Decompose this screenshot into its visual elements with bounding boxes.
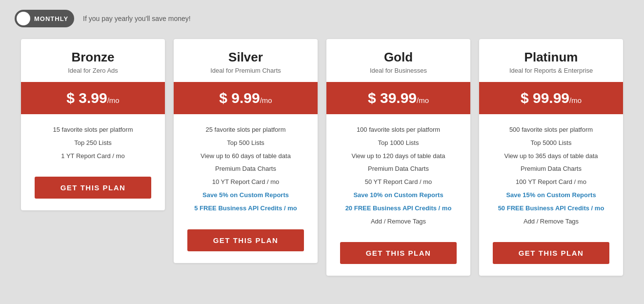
get-plan-button-gold[interactable]: GET THIS PLAN — [340, 242, 457, 264]
price-value-silver: $ 9.99 — [219, 90, 260, 106]
get-plan-button-platinum[interactable]: GET THIS PLAN — [493, 242, 609, 264]
plan-header-bronze: Bronze Ideal for Zero Ads — [21, 39, 165, 82]
feature-link-api-gold[interactable]: 20 FREE Business API Credits / mo — [345, 203, 452, 214]
plan-subtitle-platinum: Ideal for Reports & Enterprise — [487, 67, 615, 74]
plan-button-wrap-gold: GET THIS PLAN — [326, 236, 470, 276]
plan-card-silver: Silver Ideal for Premium Charts $ 9.99/m… — [174, 39, 318, 263]
feature-item: 10 YT Report Card / mo — [212, 177, 280, 187]
plan-subtitle-bronze: Ideal for Zero Ads — [29, 67, 157, 74]
plan-card-bronze: Bronze Ideal for Zero Ads $ 3.99/mo 15 f… — [21, 39, 165, 210]
feature-item: 15 favorite slots per platform — [53, 125, 133, 135]
plan-price-platinum: $ 99.99/mo — [479, 82, 623, 114]
feature-item: 1 YT Report Card / mo — [61, 151, 124, 162]
price-per-silver: /mo — [260, 96, 272, 104]
billing-toggle[interactable]: MONTHLY — [15, 10, 74, 27]
plan-features-gold: 100 favorite slots per platform Top 1000… — [326, 114, 470, 236]
feature-item: Premium Data Charts — [368, 164, 429, 174]
feature-item: Top 250 Lists — [74, 138, 112, 148]
plan-price-silver: $ 9.99/mo — [174, 82, 318, 114]
feature-item: 25 favorite slots per platform — [205, 125, 285, 135]
feature-item: 100 YT Report Card / mo — [516, 177, 586, 187]
plan-features-bronze: 15 favorite slots per platform Top 250 L… — [21, 114, 165, 171]
price-per-platinum: /mo — [569, 96, 582, 104]
get-plan-button-silver[interactable]: GET THIS PLAN — [187, 229, 304, 251]
plan-features-silver: 25 favorite slots per platform Top 500 L… — [174, 114, 318, 223]
feature-item: View up to 60 days of table data — [201, 151, 291, 162]
price-per-bronze: /mo — [107, 96, 120, 104]
plan-subtitle-silver: Ideal for Premium Charts — [181, 67, 310, 74]
feature-link-save-reports-platinum[interactable]: Save 15% on Custom Reports — [506, 190, 596, 201]
feature-item: 100 favorite slots per platform — [357, 125, 440, 135]
price-per-gold: /mo — [417, 96, 429, 104]
plan-subtitle-gold: Ideal for Businesses — [334, 67, 463, 74]
feature-item: Add / Remove Tags — [523, 217, 579, 227]
feature-link-api-silver[interactable]: 5 FREE Business API Credits / mo — [194, 203, 297, 214]
feature-item: Add / Remove Tags — [371, 217, 426, 227]
plan-card-gold: Gold Ideal for Businesses $ 39.99/mo 100… — [326, 39, 470, 276]
get-plan-button-bronze[interactable]: GET THIS PLAN — [35, 177, 151, 199]
plan-card-platinum: Platinum Ideal for Reports & Enterprise … — [479, 39, 623, 276]
plan-button-wrap-silver: GET THIS PLAN — [174, 223, 318, 263]
feature-item: Top 500 Lists — [227, 138, 264, 148]
feature-link-save-reports-gold[interactable]: Save 10% on Custom Reports — [353, 190, 443, 201]
plan-name-platinum: Platinum — [487, 50, 615, 65]
toggle-circle — [17, 12, 30, 25]
feature-item: View up to 365 days of table data — [504, 151, 598, 162]
plan-name-gold: Gold — [334, 50, 463, 65]
feature-item: Premium Data Charts — [521, 164, 582, 174]
plan-price-gold: $ 39.99/mo — [326, 82, 470, 114]
plan-button-wrap-platinum: GET THIS PLAN — [479, 236, 623, 276]
feature-link-api-platinum[interactable]: 50 FREE Business API Credits / mo — [498, 203, 604, 214]
price-value-gold: $ 39.99 — [368, 90, 417, 106]
plan-header-silver: Silver Ideal for Premium Charts — [174, 39, 318, 82]
feature-item: Top 5000 Lists — [531, 138, 572, 148]
plan-name-silver: Silver — [181, 50, 310, 65]
yearly-savings-text: If you pay yearly you'll save money! — [83, 15, 191, 22]
price-value-bronze: $ 3.99 — [66, 90, 107, 106]
top-bar: MONTHLY If you pay yearly you'll save mo… — [15, 10, 634, 27]
feature-item: 50 YT Report Card / mo — [365, 177, 432, 187]
plans-container: Bronze Ideal for Zero Ads $ 3.99/mo 15 f… — [10, 39, 634, 276]
feature-item: View up to 120 days of table data — [351, 151, 445, 162]
plan-price-bronze: $ 3.99/mo — [21, 82, 165, 114]
toggle-label: MONTHLY — [34, 15, 68, 22]
price-value-platinum: $ 99.99 — [521, 90, 569, 106]
plan-header-platinum: Platinum Ideal for Reports & Enterprise — [479, 39, 623, 82]
feature-item: Top 1000 Lists — [378, 138, 419, 148]
plan-button-wrap-bronze: GET THIS PLAN — [21, 171, 165, 210]
plan-name-bronze: Bronze — [29, 50, 157, 65]
plan-features-platinum: 500 favorite slots per platform Top 5000… — [479, 114, 623, 236]
feature-item: Premium Data Charts — [215, 164, 276, 174]
feature-link-save-reports-silver[interactable]: Save 5% on Custom Reports — [202, 190, 289, 201]
plan-header-gold: Gold Ideal for Businesses — [326, 39, 470, 82]
feature-item: 500 favorite slots per platform — [509, 125, 593, 135]
